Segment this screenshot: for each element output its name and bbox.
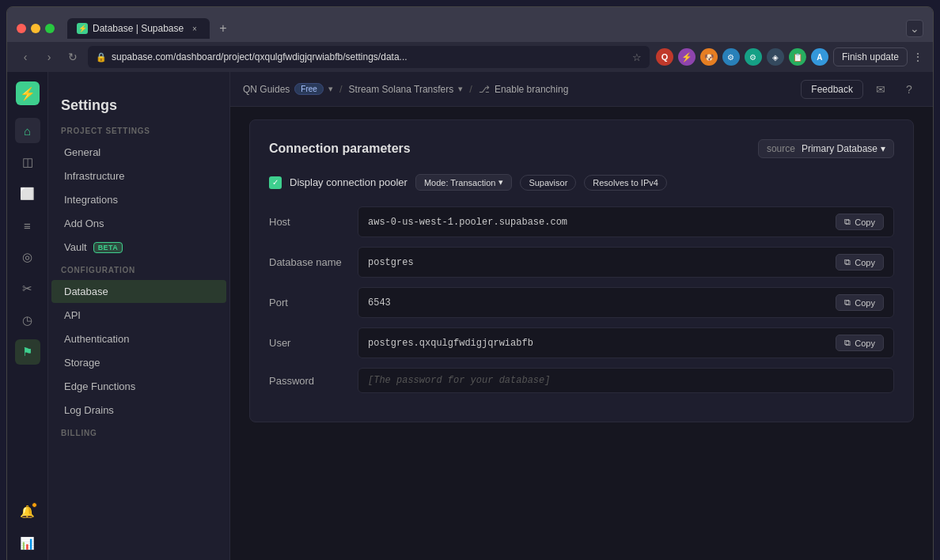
sidebar-item-storage[interactable]: Storage (51, 351, 226, 374)
bookmark-icon[interactable]: ☆ (632, 51, 642, 63)
port-copy-label: Copy (855, 298, 875, 308)
breadcrumb-sep-1: / (339, 83, 343, 95)
refresh-button[interactable]: ↻ (64, 48, 81, 66)
new-tab-button[interactable]: + (213, 18, 233, 39)
branch-name[interactable]: Enable branching (495, 84, 568, 95)
resolves-ipv4-pill: Resolves to IPv4 (584, 175, 667, 191)
ext-icon-7[interactable]: 📋 (789, 48, 806, 66)
sidebar-item-general[interactable]: General (51, 141, 226, 164)
connection-parameters-card: Connection parameters source Primary Dat… (249, 119, 914, 422)
sidebar-item-api[interactable]: API (51, 304, 226, 327)
page-title: Settings (48, 85, 229, 120)
user-label: User (269, 337, 348, 349)
sidebar-icon-reports[interactable]: 📊 (15, 531, 40, 556)
tab-close-button[interactable]: × (189, 23, 200, 34)
api-label: API (64, 309, 81, 321)
database-label: Database (64, 286, 108, 297)
tab-bar: ⚡ Database | Supabase × + (67, 18, 900, 39)
pooler-checkbox[interactable]: ✓ (269, 176, 282, 189)
user-value: postgres.qxqulgfwdigjqrwiabfb (368, 338, 533, 349)
feedback-button[interactable]: Feedback (801, 80, 863, 99)
port-value: 6543 (368, 297, 391, 308)
log-drains-label: Log Drains (64, 404, 114, 416)
vault-label: Vault (64, 241, 87, 253)
sidebar-icon-database[interactable]: ≡ (15, 213, 40, 238)
minimize-window-button[interactable] (31, 24, 40, 33)
sidebar-icon-storage[interactable]: ✂ (15, 276, 40, 301)
sidebar-item-vault[interactable]: Vault BETA (51, 236, 226, 259)
sidebar-icon-home[interactable]: ⌂ (15, 118, 40, 143)
tab-title: Database | Supabase (93, 23, 184, 34)
sidebar-item-edge-functions[interactable]: Edge Functions (51, 375, 226, 398)
addons-label: Add Ons (64, 218, 104, 229)
dbname-copy-label: Copy (855, 258, 875, 267)
address-bar[interactable]: 🔒 supabase.com/dashboard/project/qxqulgf… (88, 46, 650, 68)
copy-icon-2: ⧉ (844, 257, 851, 267)
ext-icon-3[interactable]: 🐶 (700, 48, 718, 66)
dbname-copy-button[interactable]: ⧉ Copy (836, 254, 884, 271)
stream-chevron-icon[interactable]: ▾ (458, 84, 463, 94)
forward-button[interactable]: › (40, 48, 58, 66)
sidebar-icon-table[interactable]: ◫ (15, 149, 40, 175)
expand-button[interactable]: ⌄ (906, 20, 923, 37)
sidebar-item-authentication[interactable]: Authentication (51, 327, 226, 350)
sidebar-item-addons[interactable]: Add Ons (51, 212, 226, 235)
ext-icon-5[interactable]: ⚙ (745, 48, 762, 66)
user-field-row: User postgres.qxqulgfwdigjqrwiabfb ⧉ Cop… (269, 327, 894, 358)
nav-panel: Settings PROJECT SETTINGS General Infras… (48, 72, 230, 560)
source-selector[interactable]: source Primary Database ▾ (758, 139, 894, 158)
dbname-value: postgres (368, 257, 414, 268)
lock-icon: 🔒 (96, 52, 107, 62)
sidebar-item-infrastructure[interactable]: Infrastructure (51, 165, 226, 187)
user-copy-label: Copy (855, 339, 875, 348)
port-field-row: Port 6543 ⧉ Copy (269, 287, 894, 318)
copy-icon-4: ⧉ (844, 338, 851, 348)
breadcrumb-sep-2: / (469, 83, 472, 95)
copy-icon: ⧉ (844, 217, 851, 227)
top-bar: QN Guides Free ▾ / Stream Solana Transfe… (230, 72, 933, 107)
ext-icon-2[interactable]: ⚡ (678, 48, 696, 66)
finish-update-button[interactable]: Finish update (833, 47, 908, 66)
host-copy-button[interactable]: ⧉ Copy (836, 214, 884, 230)
ext-icon-1[interactable]: Q (656, 48, 673, 66)
port-copy-button[interactable]: ⧉ Copy (836, 294, 884, 311)
dbname-field-row: Database name postgres ⧉ Copy (269, 247, 894, 278)
password-value: [The password for your database] (368, 375, 550, 386)
sidebar-icon-notifications[interactable]: 🔔 (15, 499, 40, 524)
browser-menu-button[interactable]: ⋮ (912, 51, 923, 63)
source-chevron-icon: ▾ (881, 143, 885, 154)
main-content: QN Guides Free ▾ / Stream Solana Transfe… (230, 72, 933, 560)
project-settings-section: PROJECT SETTINGS (48, 120, 229, 140)
sidebar-icon-settings[interactable]: ⚑ (15, 339, 40, 365)
ext-icon-4[interactable]: ⚙ (722, 48, 740, 66)
supavisor-pill: Supavisor (520, 175, 576, 191)
branch-item: ⎇ Enable branching (479, 84, 568, 95)
sidebar-icon-editor[interactable]: ⬜ (15, 181, 40, 206)
profile-icon[interactable]: A (811, 48, 828, 66)
help-button[interactable]: ? (898, 78, 920, 100)
connection-pooler-row: ✓ Display connection pooler Mode: Transa… (269, 174, 894, 191)
app-layout: ⚡ ⌂ ◫ ⬜ ≡ ◎ ✂ ◷ ⚑ 🔔 📊 Settings PROJECT S… (7, 72, 933, 560)
sidebar-item-log-drains[interactable]: Log Drains (51, 399, 226, 422)
project-name[interactable]: QN Guides (243, 84, 290, 95)
back-button[interactable]: ‹ (17, 48, 34, 66)
supabase-logo[interactable]: ⚡ (16, 81, 40, 105)
sidebar-item-database[interactable]: Database (51, 280, 226, 303)
maximize-window-button[interactable] (45, 24, 55, 33)
user-copy-button[interactable]: ⧉ Copy (836, 335, 884, 351)
host-label: Host (269, 216, 348, 228)
sidebar-icon-auth[interactable]: ◎ (15, 244, 40, 270)
card-title: Connection parameters (269, 142, 411, 156)
vault-badge: BETA (93, 242, 123, 253)
close-window-button[interactable] (17, 24, 26, 33)
sidebar-item-integrations[interactable]: Integrations (51, 188, 226, 211)
stream-name[interactable]: Stream Solana Transfers (349, 84, 454, 95)
mail-button[interactable]: ✉ (870, 78, 892, 100)
active-tab[interactable]: ⚡ Database | Supabase × (67, 18, 210, 39)
mode-button[interactable]: Mode: Transaction ▾ (415, 174, 513, 191)
project-chevron-icon[interactable]: ▾ (328, 84, 333, 94)
ext-icon-6[interactable]: ◈ (767, 48, 784, 66)
infrastructure-label: Infrastructure (64, 170, 125, 182)
sidebar-icon-functions[interactable]: ◷ (15, 308, 40, 333)
storage-label: Storage (64, 357, 100, 369)
